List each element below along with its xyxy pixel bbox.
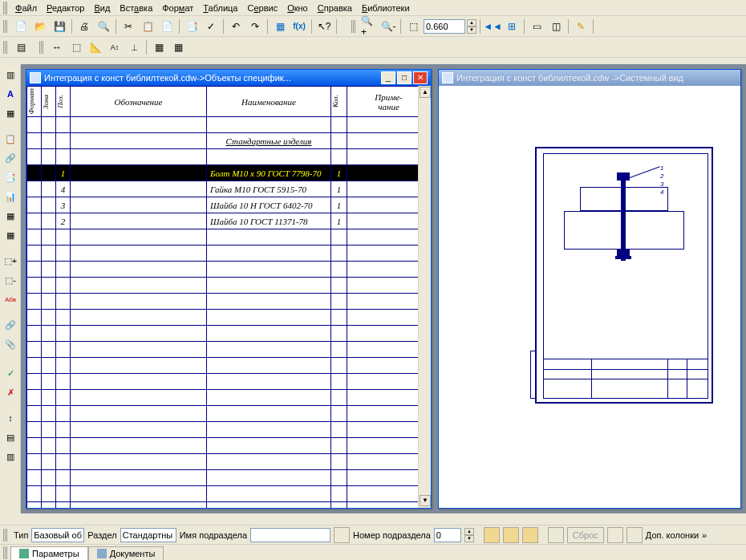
zoom-prev-button[interactable]: ◄◄ [484,18,501,35]
help-cursor-button[interactable]: ↖? [315,18,333,35]
toolbar-grip[interactable] [3,20,7,33]
menu-view[interactable]: Вид [89,2,115,14]
copy-button[interactable]: 📋 [139,18,156,35]
prop-icon-6[interactable] [626,527,643,543]
sbros-button[interactable]: Сброс [567,527,604,543]
save-button[interactable]: 💾 [51,18,68,35]
tool-spec3[interactable]: 📑 [2,168,19,186]
prop-icon-1[interactable] [484,527,500,543]
zoom-spinner[interactable]: ▲▼ [467,19,476,34]
tool-row2[interactable]: ⬚- [2,271,19,289]
tool-link1[interactable]: 🔗 [2,316,19,334]
tool-abc[interactable]: Aбв [2,290,19,308]
spec-max-button[interactable]: □ [397,71,412,84]
tabs-grip[interactable] [3,546,7,559]
sec-grip2[interactable] [39,41,43,54]
zoom-sel-button[interactable]: ◫ [547,18,565,35]
zoom-out-button[interactable]: 🔍- [379,18,397,35]
zoom-all-button[interactable]: ▭ [528,18,545,35]
sec-btn-7[interactable]: ▦ [150,39,168,56]
tool-spec4[interactable]: 📊 [2,188,19,205]
preview-button[interactable]: 🔍 [95,18,112,35]
nomer-spinner[interactable]: ▲▼ [464,528,474,542]
zoom-grip[interactable] [351,20,355,33]
menu-editor[interactable]: Редактор [42,2,89,14]
check-button[interactable]: ✓ [202,18,220,35]
drawing-canvas[interactable]: 1 2 3 4 [439,86,740,508]
props-button[interactable]: 📑 [183,18,201,35]
tool-apply[interactable]: ✓ [2,364,19,382]
menu-table[interactable]: Таблица [198,2,242,14]
refresh-button[interactable]: ✎ [572,18,590,35]
table-row[interactable]: 1Болт М10 x 90 ГОСТ 7798-701 [27,165,431,181]
tool-spec5[interactable]: ▦ [2,207,19,225]
spec-close-button[interactable]: ✕ [413,71,428,84]
spec-min-button[interactable]: _ [381,71,395,84]
sec-btn-2[interactable]: ↔ [48,39,66,56]
prop-icon-5[interactable] [607,527,623,543]
tool-sort1[interactable]: ↕ [2,409,19,427]
spec-scrollbar[interactable]: ▲ ▼ [418,86,431,508]
spec-table[interactable]: Формат Зона Поз. Обозначение Наименовани… [26,86,431,508]
menu-file[interactable]: Файл [10,2,42,14]
tool-spec6[interactable]: ▦ [2,226,19,244]
tool-row1[interactable]: ⬚+ [2,252,19,270]
drawing-titlebar[interactable]: Интеграция с конст библилтекой.cdw ->Сис… [439,70,740,86]
table-row[interactable]: 2Шайба 10 ГОСТ 11371-781 [27,213,431,229]
menu-libs[interactable]: Библиотеки [357,2,415,14]
tool-spec2[interactable]: 🔗 [2,149,19,167]
zoom-in-button[interactable]: 🔍+ [360,18,378,35]
scroll-down-icon[interactable]: ▼ [420,495,431,506]
tool-spec1[interactable]: 📋 [2,130,19,148]
sec-btn-8[interactable]: ▦ [169,39,187,56]
zoom-input[interactable] [424,19,465,34]
tab-docs[interactable]: Документы [88,546,164,560]
menu-window[interactable]: Окно [282,2,313,14]
menu-service[interactable]: Сервис [242,2,282,14]
tool-page[interactable]: ▥ [2,66,19,83]
sec-grip[interactable] [3,41,7,54]
tool-text[interactable]: А [2,85,19,103]
tool-link2[interactable]: 📎 [2,335,19,353]
tool-cancel[interactable]: ✗ [2,383,19,401]
dop-label[interactable]: Доп. колонки [646,530,699,540]
prop-icon-4[interactable] [548,527,564,543]
prop-icon-2[interactable] [503,527,519,543]
tool-sort3[interactable]: ▥ [2,448,19,465]
tool-sort2[interactable]: ▤ [2,428,19,446]
imya-btn[interactable] [334,527,350,543]
prop-icon-3[interactable] [522,527,538,543]
zoom-fit-button[interactable]: ⊞ [503,18,521,35]
tool-table[interactable]: ▦ [2,104,19,122]
new-button[interactable]: 📄 [12,18,30,35]
manager-button[interactable]: ▦ [271,18,289,35]
sec-btn-1[interactable]: ▤ [12,39,30,56]
sec-btn-4[interactable]: 📐 [87,39,104,56]
razdel-field[interactable] [120,528,176,542]
paste-button[interactable]: 📄 [158,18,176,35]
chevron-icon[interactable]: » [702,530,707,540]
spec-titlebar[interactable]: Интеграция с конст библилтекой.cdw->Объе… [26,70,431,86]
tip-field[interactable] [31,528,84,542]
propbar-grip[interactable] [3,529,7,542]
sec-btn-6[interactable]: ⟂ [125,39,143,56]
cut-button[interactable]: ✂ [120,18,137,35]
tab-params[interactable]: Параметры [10,546,88,560]
sec-btn-3[interactable]: ⬚ [67,39,85,56]
open-button[interactable]: 📂 [31,18,49,35]
undo-button[interactable]: ↶ [227,18,245,35]
redo-button[interactable]: ↷ [246,18,264,35]
menu-format[interactable]: Формат [157,2,198,14]
print-button[interactable]: 🖨 [75,18,93,35]
table-row[interactable]: 4Гайка М10 ГОСТ 5915-701 [27,181,431,197]
menubar-grip[interactable] [3,2,7,14]
scroll-up-icon[interactable]: ▲ [420,87,431,98]
menu-insert[interactable]: Вставка [115,2,157,14]
menu-help[interactable]: Справка [313,2,357,14]
sec-btn-5[interactable]: A↕ [106,39,124,56]
imya-field[interactable] [250,528,330,542]
table-row[interactable]: 3Шайба 10 Н ГОСТ 6402-701 [27,197,431,213]
variables-button[interactable]: f(x) [290,18,308,35]
zoom-window-button[interactable]: ⬚ [404,18,422,35]
nomer-field[interactable] [434,528,461,542]
